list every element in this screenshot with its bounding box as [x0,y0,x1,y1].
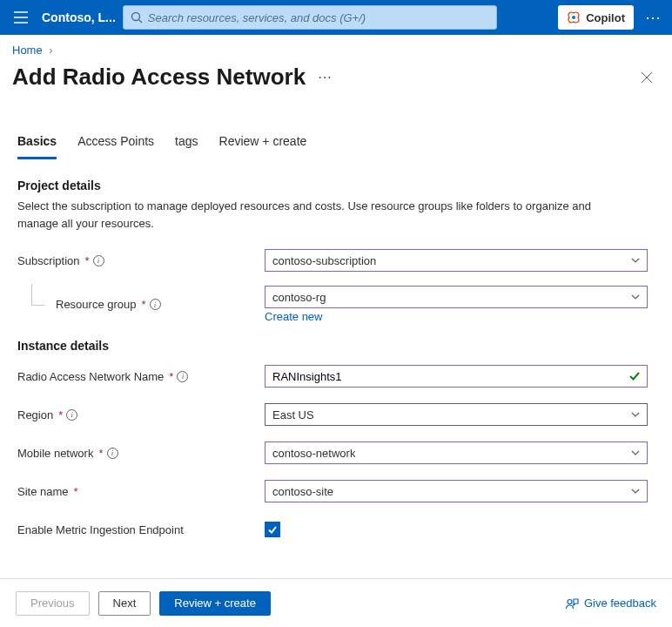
mobile-network-value: contoso-network [272,447,631,460]
footer-bar: Previous Next Review + create Give feedb… [0,578,672,627]
page-title: Add Radio Access Network [12,64,306,91]
svg-point-5 [572,16,575,19]
create-new-link[interactable]: Create new [265,310,322,323]
tab-tags[interactable]: tags [175,129,198,159]
svg-point-8 [568,599,572,603]
valid-check-icon [629,371,640,381]
info-icon[interactable]: i [107,448,118,459]
ran-name-label: Radio Access Network Name [17,370,164,383]
field-region: Region * i East US [17,401,655,428]
required-icon: * [85,254,90,267]
next-button[interactable]: Next [98,591,151,616]
form-body: Project details Select the subscription … [0,159,672,543]
field-subscription: Subscription * i contoso-subscription [17,247,655,273]
hamburger-menu-icon[interactable] [7,3,35,31]
info-icon[interactable]: i [93,255,104,266]
region-label: Region [17,408,53,421]
chevron-right-icon: › [49,44,52,57]
copilot-label: Copilot [586,11,625,24]
info-icon[interactable]: i [177,371,188,382]
breadcrumb-home[interactable]: Home [12,44,43,57]
site-name-label: Site name [17,485,69,498]
copilot-icon [567,10,581,24]
mobile-network-label: Mobile network [17,447,93,460]
chevron-down-icon [631,450,640,455]
chevron-down-icon [631,412,640,417]
region-dropdown[interactable]: East US [265,403,648,426]
required-icon: * [169,370,173,383]
mobile-network-dropdown[interactable]: contoso-network [265,442,648,464]
field-enable-metric: Enable Metric Ingestion Endpoint [17,516,655,543]
info-icon[interactable]: i [66,409,77,421]
required-icon: * [58,408,63,421]
breadcrumb: Home › [0,35,672,60]
project-details-heading: Project details [17,179,655,192]
field-resource-group: Resource group * i contoso-rg Create new [17,286,655,323]
enable-metric-label: Enable Metric Ingestion Endpoint [17,523,184,536]
copilot-button[interactable]: Copilot [558,5,634,30]
info-icon[interactable]: i [150,299,161,310]
subscription-dropdown[interactable]: contoso-subscription [265,249,648,272]
instance-details-heading: Instance details [17,339,655,353]
subscription-value: contoso-subscription [272,254,631,267]
feedback-label: Give feedback [584,597,656,610]
more-icon[interactable]: ⋯ [641,5,665,30]
subscription-label: Subscription [17,254,80,267]
site-name-dropdown[interactable]: contoso-site [265,480,648,502]
field-site-name: Site name * contoso-site [17,478,655,504]
search-input[interactable] [148,11,489,24]
search-box[interactable] [123,5,497,30]
enable-metric-checkbox[interactable] [265,522,280,537]
tab-review-create[interactable]: Review + create [219,129,307,159]
svg-line-4 [138,20,142,24]
chevron-down-icon [631,489,640,494]
ran-name-input[interactable] [272,370,629,383]
field-mobile-network: Mobile network * i contoso-network [17,440,655,466]
required-icon: * [98,447,103,460]
tab-basics[interactable]: Basics [17,129,57,159]
project-details-desc: Select the subscription to manage deploy… [17,198,609,232]
top-bar: Contoso, L... Copilot ⋯ [0,0,672,35]
site-name-value: contoso-site [272,485,631,498]
resource-group-dropdown[interactable]: contoso-rg [265,286,648,308]
review-create-button[interactable]: Review + create [159,591,271,616]
required-icon: * [74,485,78,498]
svg-point-3 [131,13,139,21]
tab-access-points[interactable]: Access Points [77,129,154,159]
close-button[interactable] [634,64,660,91]
previous-button: Previous [16,591,90,616]
chevron-down-icon [631,258,640,263]
give-feedback-link[interactable]: Give feedback [565,597,656,610]
tab-bar: Basics Access Points tags Review + creat… [0,129,672,159]
title-row: Add Radio Access Network ⋯ [0,60,672,111]
feedback-icon [565,597,579,610]
resource-group-label: Resource group [56,298,137,311]
resource-group-value: contoso-rg [272,291,631,304]
search-icon [131,11,143,24]
chevron-down-icon [631,294,640,300]
field-ran-name: Radio Access Network Name * i [17,363,655,389]
region-value: East US [272,408,631,421]
ran-name-input-wrap [265,365,648,388]
required-icon: * [142,298,146,311]
tenant-name[interactable]: Contoso, L... [42,10,116,24]
title-more-icon[interactable]: ⋯ [318,69,333,85]
